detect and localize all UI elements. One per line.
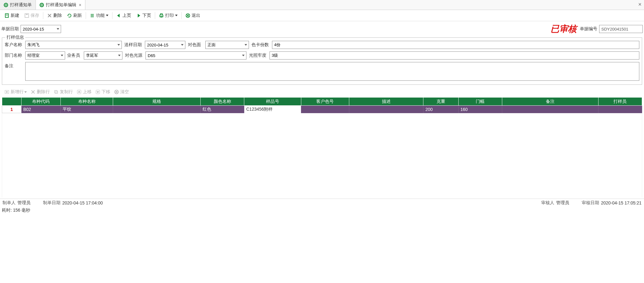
function-label: 功能	[96, 13, 105, 18]
sample-info-group: 打样信息 客户名称 送样日期 对色面 色卡份数 部门名称 业务员 对色光	[2, 37, 642, 85]
copy-row-button[interactable]: 复制行	[52, 88, 75, 96]
grid-cell-sampler[interactable]	[598, 106, 642, 113]
grid-cell-sample[interactable]: C123456附样	[244, 106, 301, 113]
prev-page-button[interactable]: 上页	[114, 12, 134, 20]
grid-cell-remark[interactable]	[502, 106, 598, 113]
auditor-label: 审核人	[541, 200, 554, 206]
clear-button[interactable]: 清空	[112, 88, 131, 96]
detail-grid[interactable]: 布种代码 布种名称 规格 颜色名称 样品号 客户色号 描述 克重 门幅 备注 打…	[2, 97, 642, 113]
prev-label: 上页	[122, 13, 131, 18]
prev-icon	[116, 13, 121, 18]
send-date-label: 送样日期	[124, 42, 143, 48]
function-button[interactable]: 功能	[87, 12, 111, 20]
tab-sample-notice-edit[interactable]: 打样通知单编辑 ×	[36, 0, 85, 10]
match-face-input[interactable]	[205, 41, 249, 49]
next-icon	[136, 13, 141, 18]
grid-header-sampler[interactable]: 打样员	[598, 98, 642, 106]
refresh-button[interactable]: 刷新	[64, 12, 84, 20]
send-date-input[interactable]	[145, 41, 185, 49]
create-date-label: 制单日期	[43, 200, 60, 206]
document-header: 单据日期 已审核 单据编号	[0, 21, 644, 37]
light-fastness-input[interactable]	[270, 51, 639, 60]
save-button[interactable]: 保存	[22, 12, 42, 20]
print-button[interactable]: 打印	[156, 12, 180, 20]
next-page-button[interactable]: 下页	[134, 12, 154, 20]
card-count-input[interactable]	[272, 41, 639, 49]
grid-toolbar: 新增行 删除行 复制行 上移 下移 清空	[0, 87, 644, 97]
chevron-down-icon	[175, 15, 178, 16]
refresh-label: 刷新	[73, 13, 82, 18]
match-face-field[interactable]	[205, 41, 249, 49]
svg-marker-13	[67, 15, 69, 16]
add-row-button[interactable]: 新增行	[2, 88, 29, 96]
light-source-field[interactable]	[145, 51, 246, 60]
grid-header-spec[interactable]: 规格	[113, 98, 201, 106]
exit-button[interactable]: 退出	[183, 12, 203, 20]
new-button[interactable]: 新建	[2, 12, 22, 20]
svg-rect-30	[55, 90, 57, 93]
customer-field[interactable]	[25, 41, 122, 49]
move-up-button[interactable]: 上移	[75, 88, 93, 96]
grid-empty-area[interactable]	[2, 113, 642, 197]
doc-date-input[interactable]	[21, 25, 61, 33]
delete-row-label: 删除行	[37, 89, 50, 95]
light-source-input[interactable]	[145, 51, 246, 60]
exit-icon	[185, 13, 190, 18]
close-icon[interactable]: ×	[79, 2, 81, 7]
remark-label: 备注	[5, 63, 23, 69]
doc-date-field[interactable]	[21, 25, 61, 33]
remark-input[interactable]	[25, 62, 639, 81]
doc-no-label: 单据编号	[580, 26, 597, 32]
grid-header-custcolor[interactable]: 客户色号	[301, 98, 349, 106]
customer-label: 客户名称	[5, 42, 23, 48]
print-icon	[159, 13, 164, 18]
grid-header-rownum[interactable]	[2, 98, 21, 106]
dept-label: 部门名称	[5, 53, 23, 58]
send-date-field[interactable]	[145, 41, 185, 49]
doc-no-input[interactable]	[599, 25, 643, 33]
delete-button[interactable]: 删除	[45, 12, 64, 20]
dept-input[interactable]	[25, 51, 65, 60]
grid-cell-color[interactable]: 红色	[200, 106, 244, 113]
grid-header-code[interactable]: 布种代码	[21, 98, 60, 106]
grid-cell-name[interactable]: 平纹	[60, 106, 113, 113]
dept-field[interactable]	[25, 51, 65, 60]
svg-rect-21	[160, 16, 162, 17]
close-all-icon[interactable]: ×	[638, 1, 642, 8]
grid-cell-rownum[interactable]: 1	[2, 106, 21, 113]
tab-sample-notice[interactable]: 打样通知单	[0, 0, 36, 10]
grid-cell-code[interactable]: B02	[21, 106, 60, 113]
grid-header-color[interactable]: 颜色名称	[200, 98, 244, 106]
grid-row[interactable]: 1 B02 平纹 红色 C123456附样 200 160	[2, 106, 642, 113]
svg-marker-35	[97, 91, 99, 93]
light-fastness-label: 光照牢度	[249, 53, 268, 58]
grid-cell-custcolor[interactable]	[301, 106, 349, 113]
grid-header-remark[interactable]: 备注	[502, 98, 598, 106]
grid-cell-desc[interactable]	[349, 106, 423, 113]
move-down-button[interactable]: 下移	[93, 88, 112, 96]
copy-row-label: 复制行	[60, 89, 73, 95]
grid-cell-weight[interactable]: 200	[423, 106, 458, 113]
move-down-icon	[95, 89, 100, 94]
svg-marker-33	[78, 91, 80, 93]
grid-header-sample[interactable]: 样品号	[244, 98, 301, 106]
customer-input[interactable]	[25, 41, 122, 49]
delete-row-button[interactable]: 删除行	[29, 88, 52, 96]
grid-header-weight[interactable]: 克重	[423, 98, 458, 106]
grid-header-row: 布种代码 布种名称 规格 颜色名称 样品号 客户色号 描述 克重 门幅 备注 打…	[2, 98, 642, 106]
grid-header-desc[interactable]: 描述	[349, 98, 423, 106]
globe-icon	[40, 3, 44, 7]
salesman-input[interactable]	[84, 51, 122, 60]
sample-info-legend: 打样信息	[5, 35, 25, 40]
grid-header-width[interactable]: 门幅	[458, 98, 502, 106]
next-label: 下页	[142, 13, 151, 18]
grid-header-name[interactable]: 布种名称	[60, 98, 113, 106]
add-row-label: 新增行	[11, 89, 24, 95]
salesman-field[interactable]	[84, 51, 122, 60]
grid-cell-width[interactable]: 160	[458, 106, 502, 113]
chevron-down-icon	[106, 15, 108, 16]
doc-date-label: 单据日期	[1, 26, 19, 32]
clear-label: 清空	[120, 89, 129, 95]
audit-date-label: 审核日期	[582, 200, 599, 206]
grid-cell-spec[interactable]	[113, 106, 201, 113]
